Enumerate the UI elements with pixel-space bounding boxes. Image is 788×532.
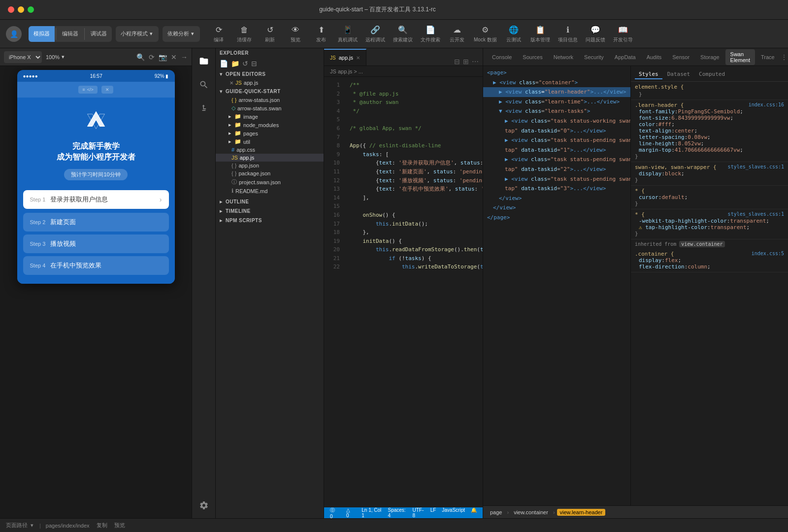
devtool-tab-audits[interactable]: Audits bbox=[642, 52, 667, 62]
search-suggest-action[interactable]: 🔍 搜索建议 bbox=[393, 25, 413, 43]
mode-dropdown[interactable]: 小程序模式 bbox=[116, 26, 159, 42]
feedback-action[interactable]: 💬 问题反馈 bbox=[586, 25, 605, 43]
more-icon[interactable]: ⋯ bbox=[472, 58, 479, 66]
dom-line-task0b[interactable]: tap" data-taskid="0">...</view> bbox=[483, 126, 630, 136]
zoom-chevron[interactable] bbox=[62, 54, 66, 60]
phone-step-2[interactable]: Step 2 新建页面 bbox=[23, 213, 169, 232]
rule-source[interactable]: styles_slaves.css:1 bbox=[728, 164, 784, 169]
refresh-action[interactable]: ↺ 刷新 bbox=[261, 25, 279, 43]
dom-line-learn-tasks[interactable]: ▼ <view class="learn-tasks"> bbox=[483, 106, 630, 116]
explorer-action-collapse[interactable]: ⊟ bbox=[251, 60, 257, 67]
dom-line-task2a[interactable]: ▶ <view class="task status-pending swan-… bbox=[483, 155, 630, 165]
close-button[interactable] bbox=[8, 6, 14, 13]
user-avatar[interactable]: 👤 bbox=[6, 26, 22, 42]
minimize-button[interactable] bbox=[18, 6, 24, 13]
sim-rotate-icon[interactable]: ⟳ bbox=[149, 53, 155, 61]
dom-line-learn-header[interactable]: ▶ <view class="learn-header">...</view> bbox=[483, 87, 630, 97]
activity-settings-icon[interactable] bbox=[195, 497, 213, 514]
editor-button[interactable]: 编辑器 bbox=[57, 26, 83, 42]
activity-git-icon[interactable] bbox=[195, 100, 213, 117]
dom-line-task0a[interactable]: ▶ <view class="task status-working swan-… bbox=[483, 116, 630, 126]
sim-arrow-icon[interactable]: → bbox=[181, 53, 188, 61]
remote-debug-action[interactable]: 🔗 远程调试 bbox=[365, 25, 385, 43]
open-file-appjs[interactable]: ✕ JS app.js bbox=[216, 79, 324, 87]
tree-item-appjson[interactable]: { } app.json bbox=[216, 162, 324, 169]
project-section[interactable]: GUIDE-QUICK-START bbox=[216, 87, 324, 96]
sim-search-icon[interactable]: 🔍 bbox=[136, 53, 145, 61]
phone-step-1[interactable]: Step 1 登录并获取用户信息 › bbox=[23, 190, 169, 209]
devtool-tab-network[interactable]: Network bbox=[549, 52, 578, 62]
outline-section[interactable]: OUTLINE bbox=[216, 197, 324, 206]
dom-line-task1b[interactable]: tap" data-taskid="1">...</view> bbox=[483, 145, 630, 155]
dom-line-task2b[interactable]: tap" data-taskid="2">...</view> bbox=[483, 165, 630, 174]
tree-item-packagejson[interactable]: { } package.json bbox=[216, 169, 324, 177]
styles-tab-computed[interactable]: Computed bbox=[695, 70, 729, 79]
tree-item-appjs[interactable]: JS app.js bbox=[216, 154, 324, 162]
publish-action[interactable]: ⬆ 发布 bbox=[312, 25, 330, 43]
simulator-button[interactable]: 模拟器 bbox=[29, 26, 55, 42]
rule-source[interactable]: index.css:16 bbox=[749, 102, 784, 107]
cloud-action[interactable]: ☁ 云开发 bbox=[448, 25, 466, 43]
dom-line-learn-time[interactable]: ▶ <view class="learn-time">...</view> bbox=[483, 97, 630, 107]
device-select[interactable]: iPhone X bbox=[4, 51, 42, 63]
npm-section[interactable]: NPM SCRIPTS bbox=[216, 216, 324, 225]
devtool-tab-appdata[interactable]: AppData bbox=[610, 52, 641, 62]
tree-item-readme[interactable]: ℹ README.md bbox=[216, 187, 324, 195]
phone-step-4[interactable]: Step 4 在手机中预览效果 bbox=[23, 256, 169, 275]
rule-source[interactable]: styles_slaves.css:1 bbox=[728, 211, 784, 217]
styles-tab-dataset[interactable]: Dataset bbox=[663, 70, 694, 79]
devtool-tab-sources[interactable]: Sources bbox=[518, 52, 547, 62]
devtool-tab-sensor[interactable]: Sensor bbox=[667, 52, 694, 62]
tree-item-node-modules[interactable]: 📁 node_modules bbox=[216, 121, 324, 129]
path-page[interactable]: page bbox=[487, 509, 505, 516]
debugger-button[interactable]: 调试器 bbox=[86, 26, 112, 42]
path-dropdown-icon[interactable] bbox=[31, 522, 34, 529]
editor-content[interactable]: 12345678910111213141516171819202122 /** … bbox=[324, 77, 483, 507]
dom-line-task3a[interactable]: ▶ <view class="task status-pending swan-… bbox=[483, 174, 630, 184]
dep-dropdown[interactable]: 依赖分析 bbox=[163, 26, 200, 42]
tree-item-arrow-json[interactable]: { } arrow-status.json bbox=[216, 96, 324, 104]
maximize-button[interactable] bbox=[28, 6, 34, 13]
editor-tab-appjs[interactable]: JS app.js ✕ bbox=[324, 49, 366, 66]
dom-line-container[interactable]: ▶ <view class="container"> bbox=[483, 78, 630, 88]
preview-action[interactable]: 👁 预览 bbox=[287, 25, 304, 43]
activity-search-icon[interactable] bbox=[195, 76, 213, 94]
tab-close-icon[interactable]: ✕ bbox=[356, 55, 360, 61]
styles-tab-styles[interactable]: Styles bbox=[635, 70, 662, 79]
timeline-section[interactable]: TIMELINE bbox=[216, 206, 324, 216]
phone-step-3[interactable]: Step 3 播放视频 bbox=[23, 234, 169, 253]
dev-guide-action[interactable]: 📖 开发引导 bbox=[613, 25, 633, 43]
notifications-icon[interactable]: 🔔 bbox=[471, 507, 477, 518]
path-container[interactable]: view.container bbox=[511, 509, 551, 516]
path-learn-header[interactable]: view.learn-header bbox=[557, 509, 606, 516]
open-editors-section[interactable]: OPEN EDITORS bbox=[216, 69, 324, 79]
preview-btn[interactable]: 预览 bbox=[114, 522, 125, 529]
devtools-more-icon[interactable]: ⋮ bbox=[781, 53, 788, 61]
devtool-tab-trace[interactable]: Trace bbox=[756, 52, 780, 62]
clear-cache-action[interactable]: 🗑 清缓存 bbox=[235, 25, 253, 43]
devtool-tab-swan-element[interactable]: Swan Element bbox=[725, 49, 755, 65]
layout-icon[interactable]: ⊞ bbox=[463, 58, 469, 66]
sim-clear-icon[interactable]: ✕ bbox=[171, 53, 177, 61]
copy-path-btn[interactable]: 复制 bbox=[97, 522, 107, 529]
file-search-action[interactable]: 📄 文件搜索 bbox=[421, 25, 440, 43]
explorer-action-new-folder[interactable]: 📁 bbox=[231, 60, 239, 67]
code-editor[interactable]: /** * @file app.js * @author swan */ /* … bbox=[344, 77, 483, 507]
tree-item-pages[interactable]: 📁 pages bbox=[216, 129, 324, 137]
version-mgmt-action[interactable]: 📋 版本管理 bbox=[530, 25, 550, 43]
sim-screenshot-icon[interactable]: 📷 bbox=[159, 53, 167, 61]
project-info-action[interactable]: ℹ 项目信息 bbox=[558, 25, 578, 43]
tree-item-appcss[interactable]: # app.css bbox=[216, 146, 324, 154]
dom-line-page[interactable]: <page> bbox=[483, 68, 630, 78]
dom-line-close-view[interactable]: </view> bbox=[483, 194, 630, 203]
cloud-test-action[interactable]: 🌐 云测试 bbox=[505, 25, 523, 43]
dom-line-task1a[interactable]: ▶ <view class="task status-pending swan-… bbox=[483, 135, 630, 145]
dom-line-close-page[interactable]: </page> bbox=[483, 213, 630, 223]
devtool-tab-security[interactable]: Security bbox=[579, 52, 609, 62]
tree-item-image[interactable]: 📁 image bbox=[216, 112, 324, 121]
rule-source[interactable]: index.css:5 bbox=[752, 251, 784, 256]
explorer-action-refresh[interactable]: ↺ bbox=[242, 60, 248, 67]
mock-data-action[interactable]: ⚙ Mock 数据 bbox=[474, 25, 497, 43]
file-close-icon[interactable]: ✕ bbox=[230, 80, 233, 86]
real-device-action[interactable]: 📱 真机调试 bbox=[338, 25, 358, 43]
